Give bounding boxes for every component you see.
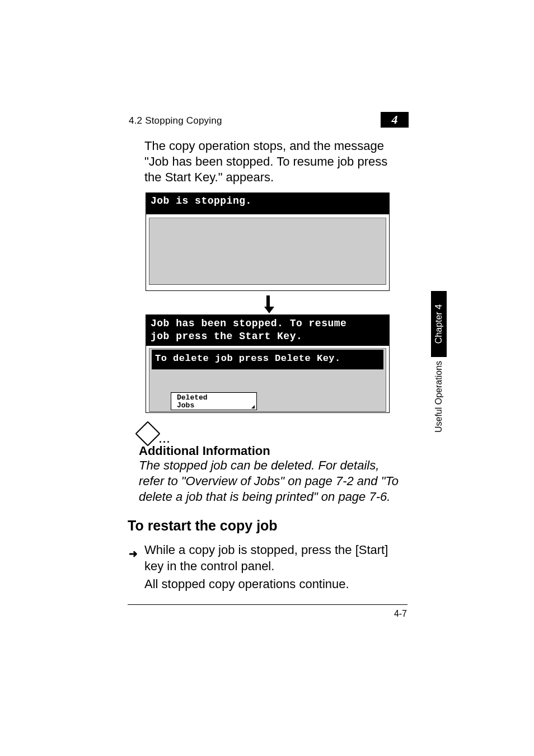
device-screenshot-stopped: Job has been stopped. To resume job pres… <box>146 314 390 413</box>
header-section-label: 4.2 Stopping Copying <box>129 115 222 126</box>
step-arrow-icon: ➜ <box>129 547 138 560</box>
side-tab-section: Useful Operations <box>431 358 447 414</box>
device-screen-title: Job is stopping. <box>146 193 389 214</box>
deleted-jobs-button[interactable]: Deleted Jobs <box>171 392 257 410</box>
note-body: The stopped job can be deleted. For deta… <box>139 458 407 505</box>
side-tab-section-label: Useful Operations <box>434 361 444 433</box>
footer-rule <box>128 604 407 605</box>
note-icon <box>135 421 160 446</box>
title-line-2: job press the Start Key. <box>151 331 302 342</box>
section-heading-restart: To restart the copy job <box>128 518 278 534</box>
down-arrow-icon <box>264 295 272 312</box>
body-paragraph: The copy operation stops, and the messag… <box>144 138 407 185</box>
step-line-1: While a copy job is stopped, press the [… <box>144 542 409 574</box>
side-tab-chapter-label: Chapter 4 <box>434 304 444 344</box>
side-tab-chapter: Chapter 4 <box>431 291 447 357</box>
device-screen-title: Job has been stopped. To resume job pres… <box>146 315 389 346</box>
device-screen-inner-message: To delete job press Delete Key. <box>152 350 383 369</box>
device-screen-body-dimmed <box>149 218 386 285</box>
button-label-line-1: Deleted <box>177 393 208 402</box>
title-line-1: Job has been stopped. To resume <box>151 318 346 329</box>
footer-page-number: 4-7 <box>394 609 407 619</box>
device-screenshot-stopping: Job is stopping. <box>146 192 390 291</box>
header-chapter-number: 4 <box>381 112 409 128</box>
device-screen-body-dimmed: To delete job press Delete Key. Deleted … <box>149 348 386 412</box>
step-line-2: All stopped copy operations continue. <box>144 576 409 592</box>
note-heading: Additional Information <box>139 444 270 458</box>
button-label-line-2: Jobs <box>177 401 194 410</box>
